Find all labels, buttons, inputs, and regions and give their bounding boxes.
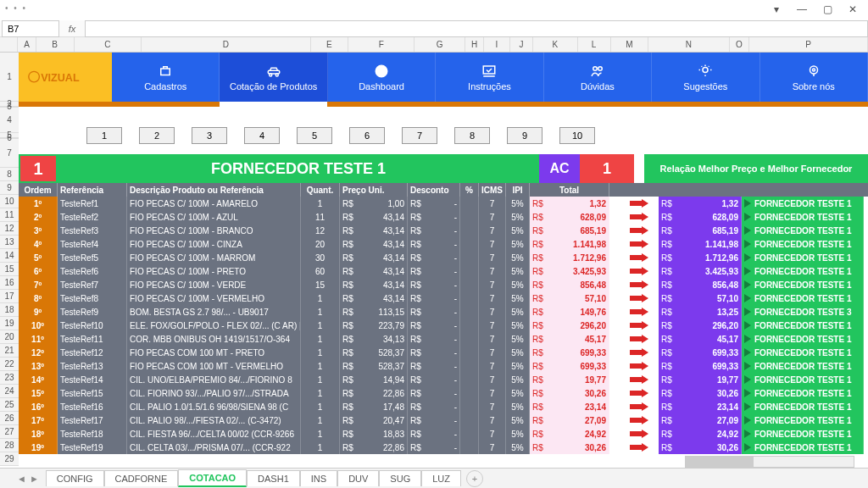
table-row[interactable]: 12ºTesteRef12FIO PECAS COM 100 MT - PRET… <box>19 346 868 359</box>
col-header-I[interactable]: I <box>484 37 510 52</box>
fx-icon[interactable]: fx <box>59 24 85 34</box>
col-header-D[interactable]: D <box>142 37 310 52</box>
page-button-5[interactable]: 5 <box>297 127 332 144</box>
add-sheet-button[interactable]: + <box>466 470 483 487</box>
col-header-O[interactable]: O <box>730 37 749 52</box>
row-header-24[interactable]: 24 <box>0 385 19 398</box>
formula-input[interactable] <box>85 20 868 37</box>
page-button-8[interactable]: 8 <box>454 127 490 144</box>
row-header-17[interactable]: 17 <box>0 290 19 303</box>
sheet-tab-luz[interactable]: LUZ <box>421 470 461 486</box>
page-button-10[interactable]: 10 <box>559 127 595 144</box>
menu-cotacao[interactable]: Cotação de Produtos <box>220 53 327 102</box>
table-row[interactable]: 8ºTesteRef8FIO PECAS C/ 100M - VERMELHO1… <box>19 291 868 305</box>
menu-instrucoes[interactable]: Instruções <box>436 53 543 102</box>
col-header-E[interactable]: E <box>311 37 349 52</box>
row-header-1[interactable]: 1 <box>0 53 19 102</box>
col-header-J[interactable]: J <box>510 37 533 52</box>
col-header-F[interactable]: F <box>348 37 415 52</box>
sheet-tab-sug[interactable]: SUG <box>379 470 421 486</box>
row-header-18[interactable]: 18 <box>0 303 19 317</box>
table-row[interactable]: 13ºTesteRef13FIO PECAS COM 100 MT - VERM… <box>19 359 868 373</box>
table-row[interactable]: 19ºTesteRef19CIL. CELTA 03/.../PRISMA 07… <box>19 441 868 454</box>
ribbon-toggle-icon[interactable]: ▾ <box>765 2 788 17</box>
sheet-tab-config[interactable]: CONFIG <box>46 470 104 486</box>
table-row[interactable]: 11ºTesteRef11COR. MBB ONIBUS OH 1419/151… <box>19 332 868 346</box>
menu-duvidas[interactable]: Dúvidas <box>544 53 652 102</box>
page-button-6[interactable]: 6 <box>349 127 385 144</box>
row-header-22[interactable]: 22 <box>0 358 19 371</box>
row-header-13[interactable]: 13 <box>0 236 19 249</box>
table-row[interactable]: 6ºTesteRef6FIO PECAS C/ 100M - PRETO60R$… <box>19 264 868 278</box>
row-header-27[interactable]: 27 <box>0 425 19 439</box>
menu-sobre[interactable]: Sobre nós <box>760 53 868 102</box>
sheet-tab-duv[interactable]: DUV <box>337 470 379 486</box>
table-row[interactable]: 17ºTesteRef17CIL. PALIO 98/.../FIESTA 02… <box>19 413 868 427</box>
sheet-tab-cadforne[interactable]: CADFORNE <box>104 470 179 486</box>
row-header-14[interactable]: 14 <box>0 249 19 263</box>
row-header-16[interactable]: 16 <box>0 276 19 290</box>
col-header-H[interactable]: H <box>465 37 483 52</box>
table-row[interactable]: 14ºTesteRef14CIL. UNO/ELBA/PREMIO 84/...… <box>19 373 868 386</box>
table-row[interactable]: 7ºTesteRef7FIO PECAS C/ 100M - VERDE15R$… <box>19 278 868 291</box>
minimize-button[interactable]: — <box>790 2 814 17</box>
row-header-25[interactable]: 25 <box>0 398 19 412</box>
row-header-12[interactable]: 12 <box>0 222 19 236</box>
page-button-3[interactable]: 3 <box>192 127 227 144</box>
row-header-15[interactable]: 15 <box>0 263 19 276</box>
table-row[interactable]: 2ºTesteRef2FIO PECAS C/ 100M - AZUL11R$4… <box>19 210 868 224</box>
table-row[interactable]: 9ºTesteRef9BOM. BESTA GS 2.7 98/... - UB… <box>19 305 868 319</box>
row-header-9[interactable]: 9 <box>0 181 19 195</box>
page-button-2[interactable]: 2 <box>139 127 175 144</box>
row-header-26[interactable]: 26 <box>0 412 19 425</box>
row-header-28[interactable]: 28 <box>0 439 19 452</box>
page-button-7[interactable]: 7 <box>402 127 437 144</box>
row-header-11[interactable]: 11 <box>0 208 19 222</box>
page-button-9[interactable]: 9 <box>507 127 542 144</box>
row-header-19[interactable]: 19 <box>0 317 19 330</box>
row-header-8[interactable]: 8 <box>0 168 19 181</box>
sheet-nav-arrows[interactable]: ◄► <box>17 474 39 484</box>
page-button-1[interactable]: 1 <box>86 127 122 144</box>
row-header-23[interactable]: 23 <box>0 371 19 385</box>
table-row[interactable]: 5ºTesteRef5FIO PECAS C/ 100M - MARROM30R… <box>19 251 868 264</box>
col-header-A[interactable]: A <box>18 37 36 52</box>
table-row[interactable]: 4ºTesteRef4FIO PECAS C/ 100M - CINZA20R$… <box>19 237 868 251</box>
col-header-M[interactable]: M <box>611 37 649 52</box>
sheet-tab-dash1[interactable]: DASH1 <box>247 470 300 486</box>
row-header-29[interactable]: 29 <box>0 452 19 466</box>
table-row[interactable]: 10ºTesteRef10ELE. FOX/GOLF/POLO - FLEX 0… <box>19 319 868 332</box>
close-button[interactable]: ✕ <box>841 2 865 17</box>
sheet-tab-cotacao[interactable]: COTACAO <box>178 469 247 487</box>
svg-point-5 <box>275 74 278 76</box>
table-row[interactable]: 3ºTesteRef3FIO PECAS C/ 100M - BRANCO12R… <box>19 224 868 237</box>
row-header-7[interactable]: 7 <box>0 139 19 168</box>
menu-cadastros[interactable]: Cadastros <box>112 53 220 102</box>
page-button-4[interactable]: 4 <box>244 127 280 144</box>
cell-ordem: 11º <box>19 332 58 346</box>
table-row[interactable]: 15ºTesteRef15CIL. FIORINO 93/.../PALIO 9… <box>19 386 868 400</box>
row-header-20[interactable]: 20 <box>0 330 19 344</box>
sheet-tab-ins[interactable]: INS <box>300 470 337 486</box>
menu-sugestoes[interactable]: Sugestões <box>652 53 760 102</box>
row-headers[interactable]: 1234567891011121314151617181920212223242… <box>0 53 19 466</box>
table-row[interactable]: 16ºTesteRef16CIL. PALIO 1.0/1.5/1.6 96/9… <box>19 400 868 413</box>
col-header-L[interactable]: L <box>578 37 611 52</box>
horizontal-scrollbar[interactable] <box>685 456 854 468</box>
col-header-C[interactable]: C <box>75 37 142 52</box>
row-header-4[interactable]: 4 <box>0 108 19 133</box>
col-header-K[interactable]: K <box>533 37 578 52</box>
name-box[interactable] <box>2 20 59 37</box>
table-row[interactable]: 18ºTesteRef18CIL. FIESTA 96/.../CELTA 00… <box>19 427 868 441</box>
row-header-21[interactable]: 21 <box>0 344 19 358</box>
menu-dashboard[interactable]: Dashboard <box>328 53 436 102</box>
row-header-10[interactable]: 10 <box>0 195 19 208</box>
column-headers[interactable]: ABCDEFGHIJKLMNOP <box>0 37 868 53</box>
col-header-N[interactable]: N <box>648 37 729 52</box>
col-header-P[interactable]: P <box>749 37 868 52</box>
col-header-G[interactable]: G <box>415 37 465 52</box>
col-header-B[interactable]: B <box>36 37 75 52</box>
cell-best-price: R$57,10 <box>659 291 742 305</box>
table-row[interactable]: 1ºTesteRef1FIO PECAS C/ 100M - AMARELO1R… <box>19 197 868 210</box>
maximize-button[interactable]: ▢ <box>815 2 839 17</box>
